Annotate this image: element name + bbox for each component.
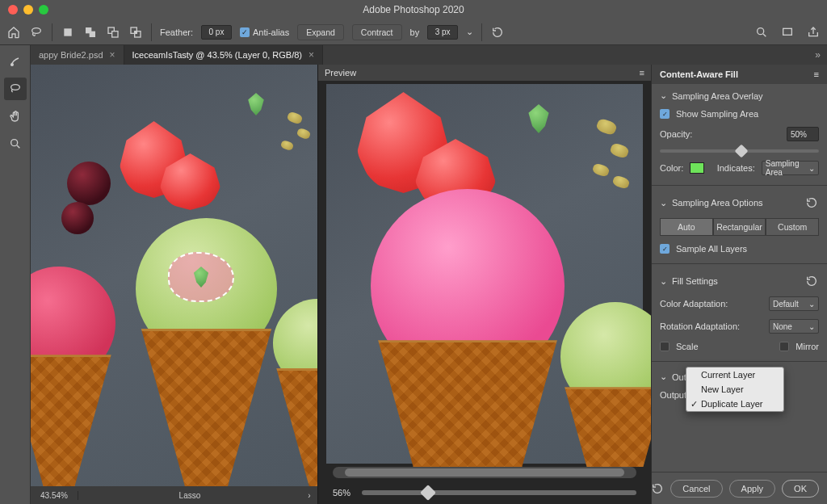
close-icon[interactable]: × [110,49,115,61]
document-tab-2[interactable]: IceceamIsTasty @ 43.5% (Layer 0, RGB/8)× [124,45,323,65]
subtract-selection-icon[interactable] [106,25,120,40]
tab-label: appy Bride2.psd [39,50,103,60]
add-selection-icon[interactable] [83,25,98,40]
content-aware-fill-panel: Content-Aware Fill≡ ⌄Sampling Area Overl… [651,65,827,504]
feather-input[interactable] [201,25,232,40]
opacity-slider[interactable] [660,149,819,153]
preview-hscroll[interactable] [333,467,636,478]
svg-point-11 [10,64,13,66]
overlay-section-header[interactable]: ⌄Sampling Area Overlay [660,90,819,101]
status-chevron-icon[interactable]: › [301,491,317,500]
by-label: by [410,27,420,37]
share-icon[interactable] [806,25,821,40]
ok-button[interactable]: OK [782,480,819,498]
panel-title: Content-Aware Fill [660,69,738,79]
show-sampling-checkbox[interactable]: ✓ [660,109,670,119]
output-to-popup: Current Layer New Layer Duplicate Layer [686,367,784,412]
apply-button[interactable]: Apply [729,480,776,498]
rot-adapt-label: Rotation Adaptation: [660,321,740,331]
lasso-tool-icon[interactable] [29,25,44,40]
home-icon[interactable] [6,25,21,40]
sampling-brush-tool[interactable] [4,50,27,73]
lasso-selection[interactable] [168,252,234,302]
svg-rect-1 [64,28,71,36]
rot-adapt-select[interactable]: None⌄ [769,319,819,334]
mode-rectangular-button[interactable]: Rectangular [713,218,766,236]
svg-point-0 [32,27,41,33]
zoom-tool[interactable] [4,132,27,155]
window-minimize-button[interactable] [23,5,33,15]
close-icon[interactable]: × [309,49,314,61]
popup-item-current-layer[interactable]: Current Layer [686,368,783,382]
title-bar: Adobe Photoshop 2020 [0,0,827,19]
chevron-down-icon: ⌄ [808,164,815,173]
panel-menu-icon[interactable]: ≡ [640,68,644,78]
color-adapt-select[interactable]: Default⌄ [769,296,819,311]
popup-item-duplicate-layer[interactable]: Duplicate Layer [686,397,783,411]
preview-zoom-readout[interactable]: 56% [333,488,351,498]
options-section-header[interactable]: ⌄Sampling Area Options [660,195,819,210]
opacity-input[interactable] [787,127,819,141]
tab-overflow-chevron[interactable]: » [808,49,827,61]
fill-section-header[interactable]: ⌄Fill Settings [660,274,819,288]
reset-section-icon[interactable] [804,195,819,210]
intersect-selection-icon[interactable] [128,25,143,40]
options-bar: Feather: ✓ Anti-alias Expand Contract by… [0,19,827,45]
chevron-down-icon: ⌄ [660,90,667,101]
by-dropdown-chevron[interactable]: ⌄ [466,27,473,37]
scale-label: Scale [676,342,699,351]
reset-icon[interactable] [490,25,505,40]
preview-canvas[interactable] [318,81,651,467]
chevron-down-icon: ⌄ [660,372,667,382]
preview-title: Preview [325,68,356,78]
chevron-down-icon: ⌄ [660,198,667,208]
zoom-readout[interactable]: 43.54% [31,491,78,500]
tab-label: IceceamIsTasty @ 43.5% (Layer 0, RGB/8) [132,50,302,60]
sample-all-layers-checkbox[interactable]: ✓ [660,244,670,254]
cancel-button[interactable]: Cancel [670,480,722,498]
contract-button[interactable]: Contract [352,24,402,40]
status-bar: 43.54% Lasso › [31,486,317,504]
antialias-checkbox[interactable]: ✓ [240,27,250,37]
popup-item-new-layer[interactable]: New Layer [686,382,783,397]
mode-custom-button[interactable]: Custom [766,218,819,236]
panel-menu-icon[interactable]: ≡ [814,69,819,79]
mirror-label: Mirror [796,342,819,351]
chevron-down-icon: ⌄ [660,276,667,287]
svg-point-9 [758,27,764,34]
color-adapt-label: Color Adaptation: [660,299,728,309]
indicates-select[interactable]: Sampling Area⌄ [762,161,819,175]
sampling-mode-segment: Auto Rectangular Custom [660,218,819,236]
mirror-checkbox[interactable] [779,342,789,351]
antialias-label: Anti-alias [253,27,289,37]
search-icon[interactable] [754,25,769,40]
hand-tool[interactable] [4,105,27,128]
svg-rect-10 [783,28,792,35]
overlay-color-swatch[interactable] [690,162,703,174]
chevron-down-icon: ⌄ [808,322,815,331]
by-input[interactable] [427,25,458,40]
mode-auto-button[interactable]: Auto [660,218,713,236]
feather-label: Feather: [160,27,193,37]
indicates-label: Indicates: [717,163,755,173]
sample-all-layers-label: Sample All Layers [676,244,747,254]
svg-rect-5 [112,31,118,36]
source-canvas-panel: 43.54% Lasso › [31,65,318,504]
preview-zoom-slider[interactable] [362,490,636,495]
window-zoom-button[interactable] [39,5,48,15]
lasso-tool[interactable] [4,78,27,100]
window-close-button[interactable] [8,5,18,15]
reset-section-icon[interactable] [804,274,819,288]
opacity-label: Opacity: [660,129,692,139]
chevron-down-icon: ⌄ [808,300,815,309]
preview-panel: Preview≡ [318,65,651,504]
tool-palette [0,45,31,504]
new-selection-icon[interactable] [61,25,75,40]
source-canvas[interactable] [31,65,317,486]
document-tab-1[interactable]: appy Bride2.psd× [31,45,124,65]
reset-all-icon[interactable] [651,481,664,497]
screenmode-icon[interactable] [780,25,795,40]
scale-checkbox[interactable] [660,342,670,351]
expand-button[interactable]: Expand [297,24,344,40]
svg-point-12 [10,85,19,90]
